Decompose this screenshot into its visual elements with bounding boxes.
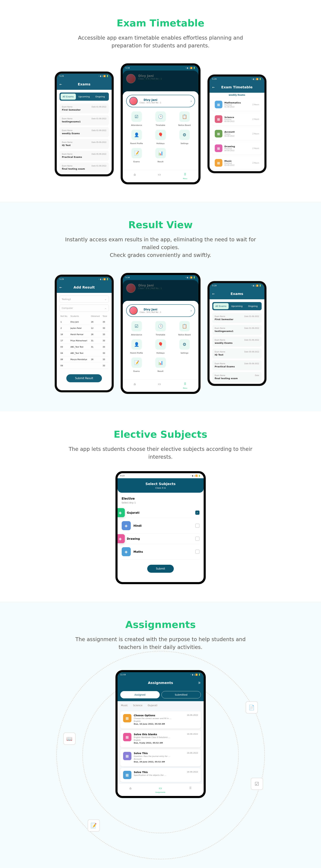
menu-item-settings[interactable]: ⚙Settings [174, 339, 195, 354]
back-icon[interactable]: ← [212, 292, 215, 296]
menu-item-parent-profile[interactable]: 👤Parent Profile [126, 130, 147, 145]
subject-row-hindi[interactable]: ◈Hindi [122, 518, 199, 533]
exam-card[interactable]: Exam NameDate 01-09-2022weekly Exams [60, 127, 109, 137]
filter-icon[interactable]: ⚞ [198, 681, 201, 685]
tab-assigned[interactable]: Assigned [120, 691, 160, 699]
back-icon[interactable]: ← [212, 85, 215, 89]
exam-card[interactable]: Exam NameDate 01-09-2022First Semester [60, 103, 109, 114]
tab-all-exams[interactable]: All Exams [61, 94, 76, 100]
submit-button[interactable]: Submit [147, 565, 174, 573]
duration: 2 Hours [252, 162, 259, 164]
exam-card[interactable]: Exam NameDate 05-09-2022Practical Exams [212, 360, 262, 370]
header-title: Add Result [60, 285, 108, 289]
menu-item-notice-board[interactable]: 📋Notice Board [174, 112, 195, 127]
nav-book-icon[interactable]: ▭ [158, 382, 161, 390]
student-cell: Priya Maheshwari [70, 338, 90, 344]
section-desc: Instantly access exam results in the app… [65, 236, 256, 259]
obtained-cell[interactable]: 26 [90, 356, 102, 363]
menu-item-holidays[interactable]: 🎈Holidays [150, 339, 171, 354]
menu-item-attendance[interactable]: ☑Attendance [126, 112, 147, 127]
menu-item-exams[interactable]: 📝Exams [126, 148, 147, 163]
subject-row-gujarati[interactable]: ◈Gujarati✓ [122, 507, 199, 518]
timetable-item[interactable]: ▦MathematicsPractical01-09-20222 Hours [212, 98, 262, 111]
obtained-cell[interactable]: 31 [90, 338, 102, 344]
menu-item-result[interactable]: 📊Result [150, 148, 171, 163]
nav-menu-icon[interactable]: ⠿ [189, 786, 192, 794]
exam-card[interactable]: Exam NameDate 01-09-2022testingexams1 [212, 325, 262, 335]
date-label: Date [255, 374, 259, 376]
tab-all-exams[interactable]: All Exams [213, 303, 229, 309]
select-exam[interactable]: Testing1⌄ [60, 296, 109, 303]
exam-card[interactable]: Exam NameDate 01-09-2022testingexams1 [60, 115, 109, 125]
assignment-card[interactable]: ▦Choose Options16-06-2022Choose the corr… [120, 711, 201, 728]
subject-detail: Theory [224, 133, 250, 135]
checkbox[interactable] [195, 550, 199, 554]
timetable-item[interactable]: ▦AccountTheory04-09-20222 Hours [212, 127, 262, 140]
timetable-item[interactable]: ▦DrawingPractical04-09-20222 Hours [212, 142, 262, 155]
phone-center: 5:34◦ ▮ ▯ 📶 🔋 Divy Jani Class : 9 A | Ro… [121, 273, 200, 394]
checkbox[interactable] [195, 524, 199, 528]
obtained-cell[interactable] [90, 363, 102, 369]
tab-submitted[interactable]: Submitted [161, 691, 201, 699]
nav-menu-icon[interactable]: ⠿Menu [183, 173, 187, 180]
exam-card[interactable]: Exam NameDate 05-09-2022Practical Exams [60, 151, 109, 161]
nav-home-icon[interactable]: ⌂ [134, 173, 136, 180]
nav-assignments-icon[interactable]: ▭Assignments [155, 786, 165, 794]
subject-detail: Practical [224, 104, 250, 106]
exam-card[interactable]: Exam NameDate 05-09-2022IQ Test [60, 139, 109, 149]
subj-tab-science[interactable]: Science [133, 704, 142, 707]
tab-ongoing[interactable]: Ongoing [245, 303, 261, 309]
checkbox-checked[interactable]: ✓ [195, 510, 199, 515]
profile-row[interactable]: Divy Jani Class : 9 A | Roll No : 1 › [126, 304, 195, 317]
tab-upcoming[interactable]: Upcoming [76, 94, 92, 100]
subj-tab-gujarati[interactable]: Gujarati [148, 704, 157, 707]
menu-label: Result [158, 370, 164, 372]
nav-book-icon[interactable]: ▭ [158, 173, 161, 180]
select-subject[interactable]: Computer⌄ [60, 305, 109, 312]
exam-card[interactable]: Exam NameDate final testing exam [212, 372, 262, 382]
nav-home-icon[interactable]: ⌂ [129, 786, 131, 794]
menu-item-parent-profile[interactable]: 👤Parent Profile [126, 339, 147, 354]
assignment-card[interactable]: ▦Solve this blanks16-06-2022English Work… [120, 730, 201, 747]
timetable-item[interactable]: ▦SciencePractice05-09-20222 Hours [212, 113, 262, 125]
subject-name: Gujarati [127, 511, 193, 515]
obtained-cell[interactable] [90, 350, 102, 356]
nav-menu-icon[interactable]: ⠿Menu [183, 382, 187, 390]
back-icon[interactable]: ← [60, 83, 62, 86]
obtained-cell[interactable]: 16 [90, 319, 102, 325]
subj-tab-music[interactable]: Music [121, 704, 128, 707]
back-icon[interactable]: ← [60, 286, 62, 289]
menu-item-notice-board[interactable]: 📋Notice Board [174, 321, 195, 336]
submit-result-button[interactable]: Submit Result [66, 374, 102, 382]
checkbox[interactable] [195, 536, 199, 541]
obtained-cell[interactable]: 12 [90, 325, 102, 331]
tab-ongoing[interactable]: Ongoing [93, 94, 108, 100]
exam-card[interactable]: Exam NameDate 01-09-2022final testing ex… [60, 162, 109, 173]
menu-item-settings[interactable]: ⚙Settings [174, 130, 195, 145]
exam-card[interactable]: Exam NameDate 01-09-2022weekly Exams [212, 337, 262, 347]
subject-row-maths[interactable]: ◈Maths [122, 544, 199, 559]
phone-right: 5:29◦ ▮ ▯ 📶 🔋 ←Exams All Exams Upcoming … [207, 281, 266, 386]
assignment-card[interactable]: ▦Solve This16-06-2022Question: Pass the … [120, 749, 201, 766]
menu-item-exams[interactable]: 📝Exams [126, 358, 147, 373]
tab-upcoming[interactable]: Upcoming [229, 303, 245, 309]
assignment-card[interactable]: ▦Solve This16-06-2022Specification of th… [120, 768, 201, 782]
exam-card[interactable]: Exam NameDate 01-09-2022First Semester [212, 313, 262, 323]
student-cell: Harsh Parmar [70, 332, 90, 338]
obtained-cell[interactable]: 31 [90, 344, 102, 350]
profile-row[interactable]: Divy Jani Class : 9 A | Roll No : 1 › [126, 95, 195, 107]
menu-item-attendance[interactable]: ☑Attendance [126, 321, 147, 336]
exam-card[interactable]: Exam NameDate 05-09-2022IQ Test [212, 348, 262, 359]
date-label: Date 05-09-2022 [244, 351, 259, 353]
obtained-cell[interactable]: 26 [90, 332, 102, 338]
menu-item-timetable[interactable]: 🕒Timetable [150, 321, 171, 336]
menu-item-result[interactable]: 📊Result [150, 358, 171, 373]
menu-icon: 🎈 [155, 339, 166, 350]
timetable-item[interactable]: ▦MusicPractical03-09-20222 Hours [212, 157, 262, 169]
roll-cell: 04 [60, 350, 69, 356]
menu-item-holidays[interactable]: 🎈Holidays [150, 130, 171, 145]
assignment-title: Solve This [134, 752, 148, 755]
nav-home-icon[interactable]: ⌂ [134, 382, 136, 390]
subject-row-drawing[interactable]: ◈Drawing [122, 533, 199, 544]
menu-item-timetable[interactable]: 🕒Timetable [150, 112, 171, 127]
